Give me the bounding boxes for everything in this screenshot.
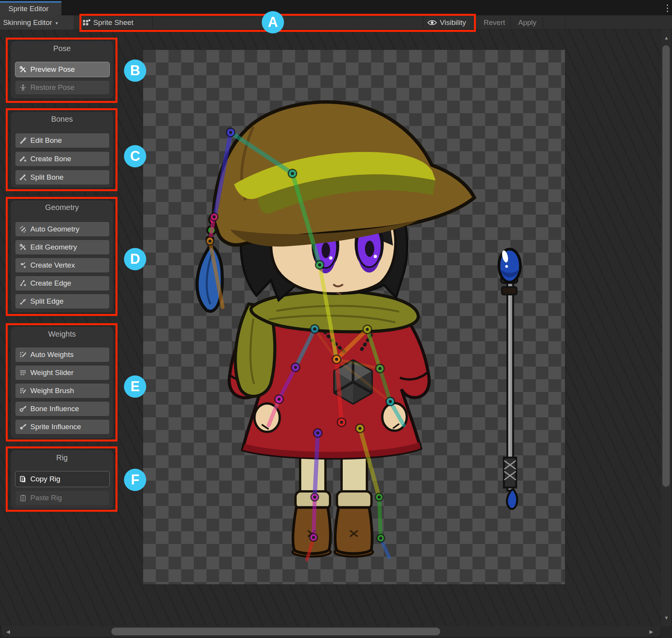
split-bone-button[interactable]: Split Bone [15,170,110,185]
copy-rig-label: Copy Rig [30,475,60,483]
apply-label: Apply [518,18,537,27]
sprite-influence-label: Sprite Influence [30,423,81,431]
auto-geometry-icon [19,225,27,233]
split-bone-icon [19,174,27,181]
tab-sprite-editor[interactable]: Sprite Editor [0,1,61,15]
preview-pose-tools-icon [19,66,27,73]
sprite-sheet-label: Sprite Sheet [93,18,134,27]
copy-rig-icon [19,475,27,483]
auto-weights-label: Auto Weights [30,350,74,359]
scroll-up-icon[interactable]: ▲ [664,35,669,40]
bones-panel: Bones Edit Bone Create Bone Split Bone [10,111,114,188]
weight-brush-icon [19,387,27,395]
rig-panel: Rig Copy Rig Paste Rig [10,450,114,509]
auto-weights-button[interactable]: Auto Weights [15,347,110,362]
revert-label: Revert [484,18,505,27]
create-vertex-label: Create Vertex [30,261,75,269]
copy-rig-button[interactable]: Copy Rig [15,471,110,487]
horizontal-scrollbar-thumb[interactable] [111,628,440,635]
create-edge-icon [19,279,27,287]
bone-influence-icon [19,405,27,413]
visibility-button[interactable]: Visibility [427,15,466,30]
create-bone-label: Create Bone [30,155,71,163]
skinning-editor-dropdown[interactable]: Skinning Editor ▼ [0,15,74,30]
restore-pose-label: Restore Pose [30,83,74,92]
edit-geometry-button[interactable]: Edit Geometry [15,240,110,255]
sprite-influence-icon [19,423,27,431]
edit-geometry-icon [19,243,27,251]
bones-panel-title: Bones [11,115,113,124]
character-body [229,291,429,557]
edit-bone-icon [19,137,27,144]
visibility-label: Visibility [440,18,466,27]
paste-rig-button[interactable]: Paste Rig [15,490,110,506]
character-sprite [143,50,565,584]
toolbar-separator [565,17,565,28]
toolbar-separator [543,17,543,28]
paste-rig-icon [19,494,27,502]
split-edge-icon [19,298,27,305]
weight-slider-label: Weight Slider [30,369,74,377]
bone-influence-label: Bone Influence [30,405,79,413]
pose-panel-title: Pose [11,44,113,53]
kebab-menu-icon[interactable]: ⋮ [662,2,672,15]
preview-pose-label: Preview Pose [30,65,75,74]
rig-panel-title: Rig [11,453,113,462]
chevron-down-icon: ▼ [55,21,59,25]
toolbar-separator [475,17,475,28]
create-vertex-icon [19,261,27,269]
weight-brush-button[interactable]: Weight Brush [15,383,110,398]
weights-panel-title: Weights [11,330,113,339]
revert-button[interactable]: Revert [479,15,510,30]
apply-button[interactable]: Apply [513,15,541,30]
create-bone-icon [19,155,27,163]
scroll-down-icon[interactable]: ▼ [664,615,669,620]
auto-geometry-button[interactable]: Auto Geometry [15,221,110,237]
weight-slider-button[interactable]: Weight Slider [15,365,110,380]
pose-panel: Pose Preview Pose Restore Pose [10,41,114,99]
sprite-sheet-icon [82,19,91,26]
preview-pose-button[interactable]: Preview Pose [15,62,110,77]
toolbar-separator [423,17,423,28]
geometry-panel-title: Geometry [11,203,113,212]
create-edge-label: Create Edge [30,279,71,288]
tab-label: Sprite Editor [8,5,49,13]
edit-bone-button[interactable]: Edit Bone [15,133,110,148]
split-edge-button[interactable]: Split Edge [15,294,110,309]
scroll-right-icon[interactable]: ▶ [649,629,653,634]
toolbar: Skinning Editor ▼ Sprite Sheet Visibilit… [0,15,672,30]
eye-icon [427,19,437,26]
split-edge-label: Split Edge [30,297,64,306]
auto-weights-icon [19,351,27,359]
edit-geometry-label: Edit Geometry [30,243,77,251]
restore-pose-person-icon [19,84,27,91]
scrollbar-corner [660,626,672,638]
create-vertex-button[interactable]: Create Vertex [15,258,110,273]
toolbar-separator [510,17,511,28]
weight-slider-icon [19,369,27,377]
create-edge-button[interactable]: Create Edge [15,276,110,291]
toolbar-separator [152,17,153,28]
edit-bone-label: Edit Bone [30,136,62,145]
sprite-influence-button[interactable]: Sprite Influence [15,419,110,435]
skinning-editor-label: Skinning Editor [3,18,52,27]
vertical-scrollbar-thumb[interactable] [662,45,670,487]
split-bone-label: Split Bone [30,173,64,182]
sprite-sheet-button[interactable]: Sprite Sheet [82,15,134,30]
title-tab-bar: Sprite Editor ⋮ [0,0,672,15]
sprite-canvas[interactable] [143,50,565,584]
geometry-panel: Geometry Auto Geometry Edit Geometry Cre… [10,200,114,313]
paste-rig-label: Paste Rig [30,494,62,502]
bone-influence-button[interactable]: Bone Influence [15,401,110,417]
staff-graphic [499,249,520,509]
create-bone-button[interactable]: Create Bone [15,151,110,167]
weights-panel: Weights Auto Weights Weight Slider Weigh… [10,326,114,439]
scroll-left-icon[interactable]: ◀ [6,629,10,634]
restore-pose-button[interactable]: Restore Pose [15,80,110,95]
auto-geometry-label: Auto Geometry [30,225,79,233]
weight-brush-label: Weight Brush [30,387,74,395]
